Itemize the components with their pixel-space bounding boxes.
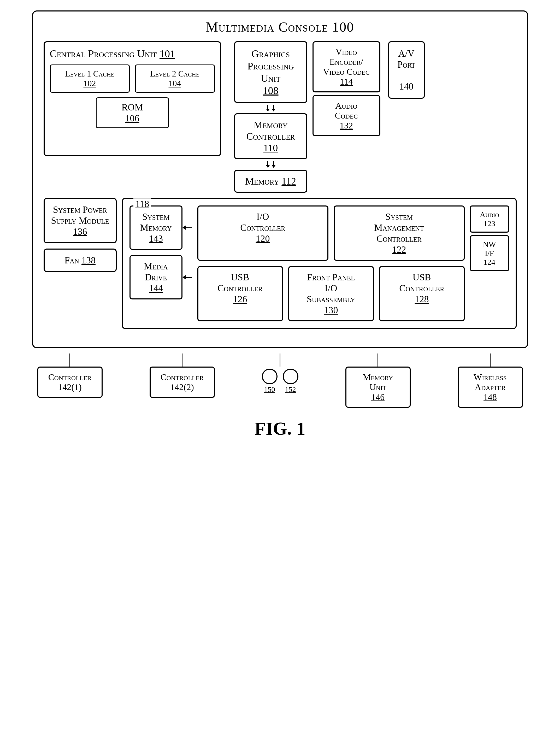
memory-label: Memory 112 <box>245 176 296 187</box>
video-audio-column: VideoEncoder/Video Codec114 AudioCodec13… <box>313 41 380 136</box>
gpu-label: GraphicsProcessingUnit108 <box>247 48 294 97</box>
cache-row: Level 1 Cache102 Level 2 Cache104 <box>50 64 215 93</box>
mem-ctrl-box: MemoryController110 <box>234 113 307 159</box>
video-encoder-box: VideoEncoder/Video Codec114 <box>313 41 380 92</box>
fig-label-text: FIG. 1 <box>255 418 305 439</box>
ctrl-142-1-line <box>69 353 70 367</box>
ctrl-142-1-box: Controller142(1) <box>37 367 103 398</box>
front-panel-label: Front PanelI/OSubassembly130 <box>307 272 355 315</box>
usb-150: 150 <box>262 369 278 394</box>
sys-memory-box: SystemMemory143 <box>129 205 182 250</box>
ctrl-142-1-label: Controller142(1) <box>48 372 91 392</box>
ctrl-142-2-label: Controller142(2) <box>161 372 204 392</box>
sys-mgmt-box: SystemManagementController122 <box>334 205 465 261</box>
io-ctrl-label: I/OController120 <box>240 211 285 244</box>
memory-unit-label: MemoryUnit146 <box>363 372 393 402</box>
io-ctrl-box: I/OController120 <box>197 205 328 261</box>
fan-box: Fan 138 <box>44 249 117 272</box>
bus-left-col: SystemMemory143 MediaDrive144 <box>129 205 192 299</box>
wireless-adapter-wrapper: WirelessAdapter148 <box>458 353 523 408</box>
av-port-box: A/VPort140 <box>388 41 425 99</box>
sys-power-box: System PowerSupply Module136 <box>44 198 117 243</box>
ctrl-142-2-wrapper: Controller142(2) <box>150 353 215 398</box>
cpu-block: Central Processing Unit 101 Level 1 Cach… <box>44 41 221 156</box>
bus-num: 118 <box>135 199 149 209</box>
bus-top-row: I/OController120 SystemManagementControl… <box>197 205 465 261</box>
bus-section: 118 SystemMemory143 <box>122 198 517 329</box>
media-drive-label: MediaDrive144 <box>144 261 168 293</box>
sys-memory-row: SystemMemory143 <box>129 205 192 250</box>
memory-unit-box: MemoryUnit146 <box>345 367 411 408</box>
usb-126-label: USBController126 <box>217 272 263 304</box>
wireless-line <box>490 353 491 367</box>
cpu-label: Central Processing Unit 101 <box>50 48 175 60</box>
audio-codec-label: AudioCodec132 <box>335 101 358 130</box>
usb-152-circle <box>283 369 298 384</box>
small-right-col: Audio123 NWI/F124 <box>470 205 509 271</box>
usb-circles: 150 152 <box>262 369 298 394</box>
av-port-label: A/VPort140 <box>397 48 415 92</box>
sys-memory-arrow <box>182 226 192 230</box>
ctrl-142-2-line <box>182 353 182 367</box>
memory-box: Memory 112 <box>234 170 307 193</box>
usb-128-box: USBController128 <box>379 266 465 321</box>
l1-cache-box: Level 1 Cache102 <box>50 64 130 93</box>
video-encoder-label: VideoEncoder/Video Codec114 <box>323 47 369 86</box>
media-drive-box: MediaDrive144 <box>129 255 182 299</box>
usb-150-circle <box>262 369 278 384</box>
sys-memory-label: SystemMemory143 <box>140 211 172 244</box>
rom-label: ROM106 <box>121 102 143 123</box>
console-title: Multimedia Console 100 <box>44 19 517 35</box>
wireless-adapter-box: WirelessAdapter148 <box>458 367 523 408</box>
main-middle-row: System PowerSupply Module136 Fan 138 118 <box>44 198 517 337</box>
bus-label: 118 <box>133 198 151 209</box>
wireless-label: WirelessAdapter148 <box>474 372 507 402</box>
usb-line <box>280 353 280 367</box>
fig-label: FIG. 1 <box>255 418 305 439</box>
bottom-devices: Controller142(1) Controller142(2) 150 15… <box>32 353 528 408</box>
memctrl-mem-connector <box>266 159 275 170</box>
media-drive-row: MediaDrive144 <box>129 255 192 299</box>
gpu-memctrl-connector <box>266 103 275 113</box>
l2-cache-box: Level 2 Cache104 <box>135 64 215 93</box>
audio-123-label: Audio123 <box>480 210 499 228</box>
cpu-title: Central Processing Unit 101 <box>50 48 215 60</box>
audio-codec-box: AudioCodec132 <box>313 95 380 136</box>
page-container: Multimedia Console 100 Central Processin… <box>19 10 541 439</box>
fan-label: Fan 138 <box>64 255 96 266</box>
console-title-text: Multimedia Console 100 <box>206 20 354 34</box>
ctrl-142-2-box: Controller142(2) <box>150 367 215 398</box>
audio-123-box: Audio123 <box>470 205 509 233</box>
front-panel-box: Front PanelI/OSubassembly130 <box>288 266 374 321</box>
sys-power-label: System PowerSupply Module136 <box>51 204 109 237</box>
mem-ctrl-label: MemoryController110 <box>246 119 295 153</box>
ctrl-142-1-wrapper: Controller142(1) <box>37 353 103 398</box>
rom-box: ROM106 <box>96 97 169 128</box>
media-drive-arrow <box>182 275 192 279</box>
usb-152-label: 152 <box>285 385 296 394</box>
gpu-mem-column: GraphicsProcessingUnit108 MemoryControll… <box>234 41 307 193</box>
usb-symbols-wrapper: 150 152 <box>262 353 298 394</box>
gpu-box: GraphicsProcessingUnit108 <box>234 41 307 103</box>
bus-bottom-row: USBController126 Front PanelI/OSubassemb… <box>197 266 465 321</box>
nw-if-label: NWI/F124 <box>483 240 496 266</box>
top-area: Central Processing Unit 101 Level 1 Cach… <box>44 41 517 193</box>
memory-unit-line <box>378 353 378 367</box>
usb-150-label: 150 <box>264 385 275 394</box>
nw-if-box: NWI/F124 <box>470 235 509 271</box>
l1-cache-label: Level 1 Cache102 <box>65 69 114 88</box>
l2-cache-label: Level 2 Cache104 <box>150 69 199 88</box>
bus-center-col: I/OController120 SystemManagementControl… <box>197 205 465 321</box>
usb-126-box: USBController126 <box>197 266 283 321</box>
multimedia-console-box: Multimedia Console 100 Central Processin… <box>32 10 528 348</box>
usb-152: 152 <box>283 369 298 394</box>
sys-mgmt-label: SystemManagementController122 <box>374 211 424 255</box>
memory-unit-wrapper: MemoryUnit146 <box>345 353 411 408</box>
left-panel: System PowerSupply Module136 Fan 138 <box>44 198 117 272</box>
bus-inner: SystemMemory143 MediaDrive144 <box>129 205 509 321</box>
usb-128-label: USBController128 <box>399 272 444 304</box>
